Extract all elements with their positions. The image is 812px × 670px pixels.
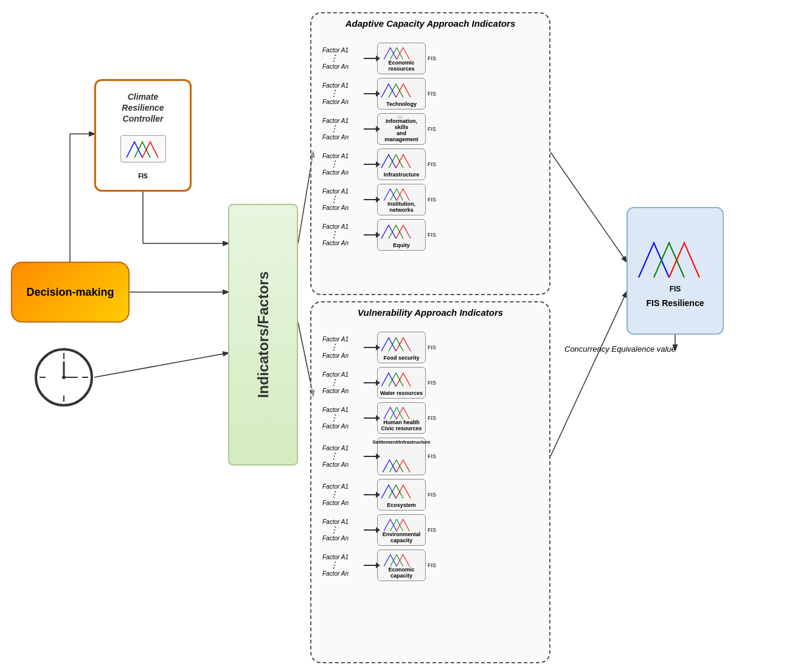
water-label: Water resources bbox=[380, 391, 423, 397]
fis-tag: FIS bbox=[428, 344, 436, 351]
factor-group: Factor A1 ⋮ Factor An bbox=[322, 187, 364, 212]
decision-making-box: Decision-making bbox=[11, 262, 130, 323]
environmental-label: Environmental capacity bbox=[380, 532, 423, 544]
factor-group: Factor A1 ⋮ Factor An bbox=[322, 81, 364, 106]
fis-box-food: Food security bbox=[377, 332, 426, 363]
arrow bbox=[364, 529, 377, 531]
fis-tag: FIS bbox=[428, 197, 436, 203]
clock-icon bbox=[33, 347, 94, 408]
factor-group: Factor A1 ⋮ Factor An bbox=[322, 405, 364, 430]
controller-fis-label: FIS bbox=[138, 173, 148, 180]
arrow bbox=[364, 417, 377, 419]
arrow bbox=[364, 164, 377, 165]
fis-resilience-chart bbox=[636, 234, 715, 282]
economic-cap-label: Economic capacity bbox=[380, 567, 423, 579]
fis-tag: FIS bbox=[428, 415, 436, 421]
information-label: Information, skillsand management bbox=[380, 119, 423, 143]
fis-box-settlement: Settlement/Infrastructure bbox=[377, 438, 426, 475]
vuln-row-4: Factor A1 ⋮ Factor An Settlement/Infrast… bbox=[322, 438, 542, 475]
svg-line-8 bbox=[550, 152, 626, 262]
factor-group: Factor A1 ⋮ Factor An bbox=[322, 335, 364, 360]
svg-point-18 bbox=[62, 375, 66, 379]
factor-group: Factor A1 ⋮ Factor An bbox=[322, 370, 364, 395]
health-label: Human healthCivic resources bbox=[381, 420, 422, 432]
controller-box: ClimateResilienceController FIS bbox=[94, 79, 192, 192]
fis-box-information: Information, skillsand management bbox=[377, 113, 426, 145]
fis-box-institution: Institution, networks bbox=[377, 184, 426, 215]
arrow bbox=[364, 234, 377, 236]
vuln-row-7: Factor A1 ⋮ Factor An Economic capacity … bbox=[322, 550, 542, 581]
fis-box-equity: Equity bbox=[377, 219, 426, 251]
controller-fis bbox=[120, 135, 166, 162]
fis-resilience-box: FIS FIS Resilience bbox=[626, 207, 724, 335]
vuln-row-2: Factor A1 ⋮ Factor An Water resources FI… bbox=[322, 367, 542, 399]
arrow bbox=[364, 347, 377, 348]
indicators-label: Indicators/Factors bbox=[255, 271, 272, 398]
fis-box-ecosystem: Ecosystem bbox=[377, 479, 426, 511]
fis-tag: FIS bbox=[428, 161, 436, 167]
fis-tag: FIS bbox=[428, 55, 436, 61]
controller-title: ClimateResilienceController bbox=[122, 91, 164, 125]
fis-resilience-label: FIS Resilience bbox=[647, 298, 704, 308]
fis-tag: FIS bbox=[428, 492, 436, 498]
adaptive-row-2: Factor A1 ⋮ Factor An Technology FIS bbox=[322, 78, 542, 110]
fis-box-health: Human healthCivic resources bbox=[377, 402, 426, 434]
factor-group: Factor A1 ⋮ Factor An bbox=[322, 152, 364, 176]
fis-tag: FIS bbox=[428, 380, 436, 386]
factor-group: Factor A1 ⋮ Factor An bbox=[322, 46, 364, 71]
fis-box-infrastructure: Infrastructure bbox=[377, 148, 426, 180]
arrow bbox=[364, 128, 377, 130]
concurrency-text: Concurrency Equivalence value bbox=[564, 344, 676, 355]
diagram-container: Decision-making ClimateResilienceControl… bbox=[0, 0, 812, 670]
fis-tag: FIS bbox=[428, 562, 436, 568]
fis-resilience-tag: FIS bbox=[670, 285, 681, 293]
factor-group: Factor A1 ⋮ Factor An bbox=[322, 482, 364, 507]
arrow bbox=[364, 565, 377, 566]
vuln-row-5: Factor A1 ⋮ Factor An Ecosystem FIS bbox=[322, 479, 542, 511]
institution-label: Institution, networks bbox=[380, 201, 423, 214]
arrow bbox=[364, 58, 377, 59]
food-label: Food security bbox=[383, 355, 419, 361]
factor-group: Factor A1 ⋮ Factor An bbox=[322, 444, 364, 469]
adaptive-panel: Adaptive Capacity Approach Indicators Fa… bbox=[310, 12, 550, 295]
adaptive-row-4: Factor A1 ⋮ Factor An Infrastructure FIS bbox=[322, 148, 542, 180]
arrow bbox=[364, 456, 377, 457]
fis-box-technology: Technology bbox=[377, 78, 426, 110]
vuln-row-6: Factor A1 ⋮ Factor An Environmental capa… bbox=[322, 514, 542, 546]
adaptive-panel-title: Adaptive Capacity Approach Indicators bbox=[345, 18, 516, 29]
vulnerability-panel: Vulnerability Approach Indicators Factor… bbox=[310, 301, 550, 663]
factor-group: Factor A1 ⋮ Factor An bbox=[322, 553, 364, 578]
fis-tag: FIS bbox=[428, 126, 436, 132]
economic-label: Economic resources bbox=[380, 60, 423, 72]
fis-box-economic-cap: Economic capacity bbox=[377, 550, 426, 581]
adaptive-row-1: Factor A1 ⋮ Factor An Economic resources… bbox=[322, 43, 542, 74]
svg-line-9 bbox=[550, 292, 626, 456]
concurrency-label: Concurrency Equivalence value bbox=[564, 344, 676, 354]
ecosystem-label: Ecosystem bbox=[387, 503, 416, 509]
adaptive-row-6: Factor A1 ⋮ Factor An Equity FIS bbox=[322, 219, 542, 251]
fis-tag: FIS bbox=[428, 232, 436, 238]
svg-line-1 bbox=[94, 353, 228, 377]
adaptive-row-5: Factor A1 ⋮ Factor An Institution, netwo… bbox=[322, 184, 542, 215]
fis-tag: FIS bbox=[428, 453, 436, 459]
arrow bbox=[364, 494, 377, 495]
adaptive-row-3: Factor A1 ⋮ Factor An Information, skill… bbox=[322, 113, 542, 145]
technology-label: Technology bbox=[386, 102, 417, 108]
fis-tag: FIS bbox=[428, 527, 436, 533]
factor-group: Factor A1 ⋮ Factor An bbox=[322, 517, 364, 542]
clock-container bbox=[33, 347, 100, 414]
indicators-box: Indicators/Factors bbox=[228, 204, 298, 466]
arrow bbox=[364, 199, 377, 200]
fis-tag: FIS bbox=[428, 91, 436, 97]
vuln-row-1: Factor A1 ⋮ Factor An Food security FIS bbox=[322, 332, 542, 363]
arrow bbox=[364, 93, 377, 94]
arrow bbox=[364, 382, 377, 383]
fis-box-water: Water resources bbox=[377, 367, 426, 399]
equity-label: Equity bbox=[393, 243, 410, 249]
fis-box-economic: Economic resources bbox=[377, 43, 426, 74]
factor-group: Factor A1 ⋮ Factor An bbox=[322, 116, 364, 141]
vulnerability-panel-title: Vulnerability Approach Indicators bbox=[358, 307, 503, 318]
infrastructure-label: Infrastructure bbox=[384, 172, 420, 178]
decision-making-label: Decision-making bbox=[26, 286, 114, 299]
fis-box-environmental: Environmental capacity bbox=[377, 514, 426, 546]
